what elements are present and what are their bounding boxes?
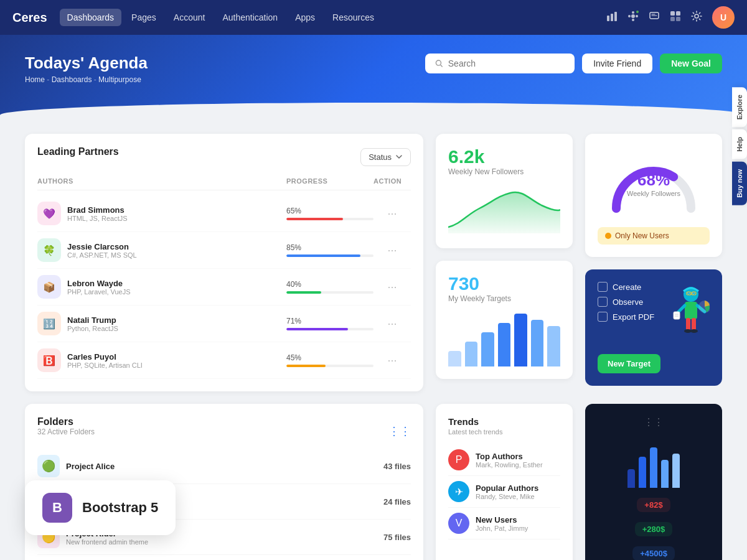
followers-label: Weekly New Followers [448,167,560,176]
svg-point-3 [631,14,635,18]
gauge-container: 68% Weekly Followers [598,146,710,221]
chart-icon[interactable] [606,11,618,24]
nav-apps[interactable]: Apps [288,9,322,26]
svg-rect-12 [676,17,680,21]
bar-item [498,323,511,366]
action-dots[interactable]: ··· [374,281,411,294]
trend-name: Popular Authors [476,483,538,493]
partner-name: Brad Simmons [67,205,128,215]
nav-account[interactable]: Account [166,9,213,26]
nav-authentication[interactable]: Authentication [215,9,285,26]
leading-partners-card: Leading Partners Status AUTHORS PROGRESS… [25,134,423,391]
partner-details: Natali Trump Python, ReactJS [67,315,118,332]
folder-icon: 🟢 [37,455,60,477]
partner-tech: PHP, SQLite, Artisan CLI [67,362,143,369]
svg-point-4 [628,15,631,17]
folder-count: 24 files [383,497,411,506]
action-dots[interactable]: ··· [374,317,411,330]
observe-icon [598,297,608,307]
nav-resources[interactable]: Resources [325,9,382,26]
trend-name: New Users [476,515,528,525]
new-goal-button[interactable]: New Goal [660,54,722,73]
partner-name: Natali Trump [67,315,118,325]
folder-name: Project Alice [66,462,115,471]
new-target-button[interactable]: New Target [598,354,660,373]
svg-rect-28 [692,318,696,330]
buy-now-tab[interactable]: Buy now [732,162,747,205]
explore-tab[interactable]: Explore [732,87,747,127]
alert-bar: Only New Users [598,227,710,245]
svg-point-30 [690,329,698,333]
user-avatar[interactable]: U [712,6,735,29]
trend-name: Top Authors [476,452,543,461]
invite-friend-button[interactable]: Invite Friend [582,54,652,73]
status-dropdown[interactable]: Status [360,148,411,166]
partner-tech: HTML, JS, ReactJS [67,215,128,222]
trend-details: New Users John, Pat, Jimmy [476,515,528,532]
svg-rect-11 [670,17,675,21]
partner-details: Carles Puyol PHP, SQLite, Artisan CLI [67,352,143,369]
folder-details: Project Alice [66,462,115,471]
partner-name: Carles Puyol [67,352,143,362]
folder-info: 🟢 Project Alice [37,455,115,477]
trend-sub: John, Pat, Jimmy [476,525,528,532]
search-bar[interactable] [425,54,575,73]
progress-bar [286,328,374,330]
search-input[interactable] [448,58,565,68]
bootstrap-watermark: B Bootstrap 5 [25,480,176,535]
partner-tech: Python, ReactJS [67,325,118,332]
folder-count: 75 files [383,533,411,542]
svg-rect-10 [676,11,680,16]
progress-fill [286,365,326,367]
trend-item: V New Users John, Pat, Jimmy [448,508,560,539]
progress-fill [286,291,321,294]
star-icon[interactable] [627,11,639,24]
partner-info: 🔢 Natali Trump Python, ReactJS [37,312,286,335]
nav-dashboards[interactable]: Dashboards [60,9,122,26]
nav-links: Dashboards Pages Account Authentication … [60,9,382,26]
progress-fill [286,328,348,330]
dark-stat-2: +280$ [635,522,673,536]
grid-icon[interactable] [670,11,681,24]
export-icon [598,312,608,322]
partner-tech: C#, ASP.NET, MS SQL [67,251,137,259]
action-dots[interactable]: ··· [374,244,411,257]
settings-icon[interactable] [691,11,702,24]
trend-icon: ✈ [448,481,469,502]
action-dots[interactable]: ··· [374,207,411,220]
trend-details: Top Authors Mark, Rowling, Esther [476,452,543,469]
progress-label: 85% [286,243,374,252]
trend-sub: Mark, Rowling, Esther [476,461,543,469]
partner-name: Jessie Clarcson [67,242,137,251]
message-icon[interactable] [649,11,660,24]
followers-card: 6.2k Weekly New Followers [436,134,573,248]
action-dots[interactable]: ··· [374,354,411,367]
partners-list: 💜 Brad Simmons HTML, JS, ReactJS 65% ···… [37,195,411,379]
nav-pages[interactable]: Pages [124,9,164,26]
help-tab[interactable]: Help [732,129,747,159]
hero-section: Todays' Agenda Home - Dashboards - Multi… [0,35,747,121]
svg-point-5 [636,15,638,17]
svg-rect-1 [611,14,613,21]
progress-bar [286,291,374,294]
svg-rect-24 [674,312,680,319]
trends-list: P Top Authors Mark, Rowling, Esther ✈ Po… [448,444,560,539]
bootstrap-icon: B [42,493,72,523]
blue-card-items: Cereate Observe Export PDF [598,282,654,327]
svg-point-7 [632,19,634,21]
svg-rect-27 [686,318,690,330]
trend-item: ✈ Popular Authors Randy, Steve, Mike [448,476,560,508]
svg-rect-23 [685,302,697,319]
navbar: Ceres Dashboards Pages Account Authentic… [0,0,747,35]
partner-info: 💜 Brad Simmons HTML, JS, ReactJS [37,202,286,225]
partner-details: Brad Simmons HTML, JS, ReactJS [67,205,128,222]
progress-area: 40% [286,280,374,294]
partner-info: 📦 Lebron Wayde PHP, Laravel, VueJS [37,275,286,299]
gauge-card: 68% Weekly Followers Only New Users [585,134,722,257]
trends-card: Trends Latest tech trends P Top Authors … [436,404,573,560]
brand-logo: Ceres [12,11,47,25]
folders-dots[interactable]: ⋮⋮ [388,424,411,438]
alert-dot [605,233,611,239]
svg-point-14 [436,60,441,65]
progress-fill [286,218,343,220]
